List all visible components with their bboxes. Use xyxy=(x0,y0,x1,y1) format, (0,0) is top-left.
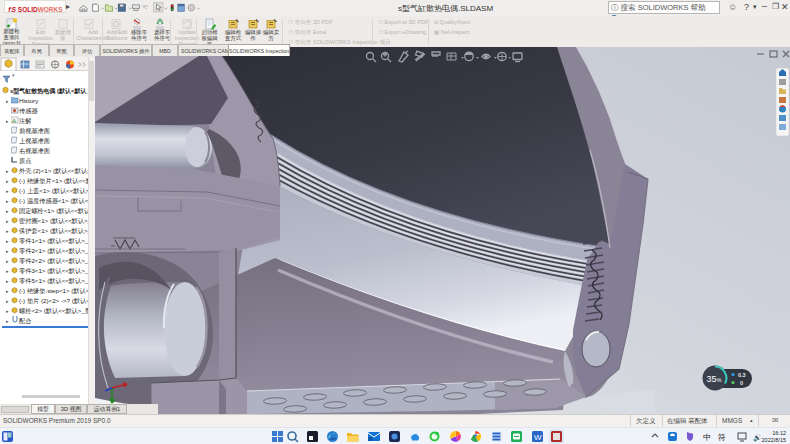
svg-text:中: 中 xyxy=(703,433,711,442)
svg-text:2022/8/15: 2022/8/15 xyxy=(762,437,786,443)
svg-text:0: 0 xyxy=(740,380,743,386)
svg-text:W: W xyxy=(534,433,542,442)
svg-text:0.3: 0.3 xyxy=(738,372,746,378)
svg-text:符: 符 xyxy=(718,433,726,442)
svg-text:A: A xyxy=(12,118,16,124)
svg-text:16:12: 16:12 xyxy=(772,430,786,436)
